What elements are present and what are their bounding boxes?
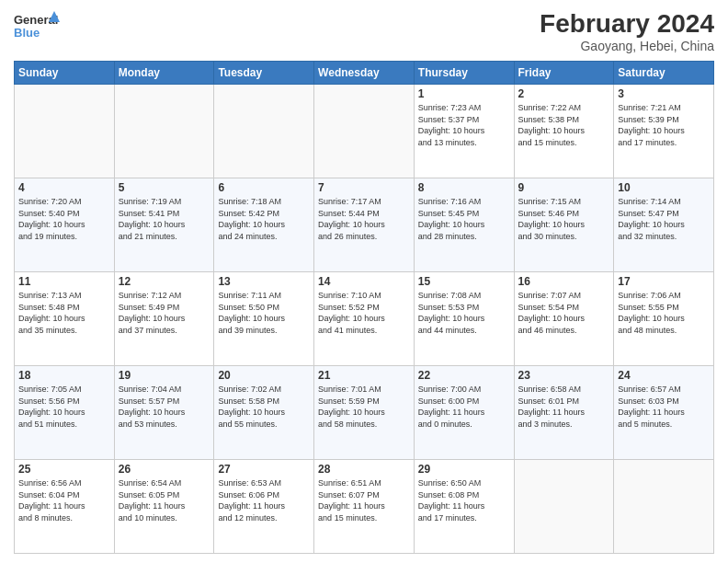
header-saturday: Saturday (614, 62, 714, 85)
day-number: 8 (418, 181, 510, 194)
header-thursday: Thursday (414, 62, 514, 85)
calendar-cell: 25Sunrise: 6:56 AMSunset: 6:04 PMDayligh… (15, 460, 115, 554)
calendar-cell: 29Sunrise: 6:50 AMSunset: 6:08 PMDayligh… (414, 460, 514, 554)
day-number: 11 (18, 275, 110, 288)
day-info: Sunrise: 7:15 AMSunset: 5:46 PMDaylight:… (518, 196, 610, 242)
calendar-cell: 22Sunrise: 7:00 AMSunset: 6:00 PMDayligh… (414, 366, 514, 460)
calendar-cell: 4Sunrise: 7:20 AMSunset: 5:40 PMDaylight… (15, 178, 115, 272)
day-info: Sunrise: 7:01 AMSunset: 5:59 PMDaylight:… (318, 384, 410, 430)
day-info: Sunrise: 7:22 AMSunset: 5:38 PMDaylight:… (518, 102, 610, 148)
day-number: 13 (218, 275, 310, 288)
calendar-cell: 21Sunrise: 7:01 AMSunset: 5:59 PMDayligh… (314, 366, 415, 460)
calendar-cell: 18Sunrise: 7:05 AMSunset: 5:56 PMDayligh… (15, 366, 115, 460)
calendar-cell: 27Sunrise: 6:53 AMSunset: 6:06 PMDayligh… (214, 460, 314, 554)
day-info: Sunrise: 6:57 AMSunset: 6:03 PMDaylight:… (618, 384, 710, 430)
calendar-cell (214, 85, 314, 178)
calendar-cell: 20Sunrise: 7:02 AMSunset: 5:58 PMDayligh… (214, 366, 314, 460)
calendar-cell (314, 85, 415, 178)
calendar-cell (514, 460, 614, 554)
header-friday: Friday (514, 62, 614, 85)
day-info: Sunrise: 7:02 AMSunset: 5:58 PMDaylight:… (218, 384, 310, 430)
week-row-5: 25Sunrise: 6:56 AMSunset: 6:04 PMDayligh… (15, 460, 714, 554)
calendar-cell: 13Sunrise: 7:11 AMSunset: 5:50 PMDayligh… (214, 272, 314, 366)
day-number: 4 (18, 181, 110, 194)
day-number: 22 (418, 369, 510, 382)
calendar-body: 1Sunrise: 7:23 AMSunset: 5:37 PMDaylight… (15, 85, 714, 554)
day-info: Sunrise: 6:53 AMSunset: 6:06 PMDaylight:… (218, 477, 310, 523)
day-number: 21 (318, 369, 410, 382)
day-number: 24 (618, 369, 710, 382)
svg-text:Blue: Blue (14, 26, 40, 40)
title-section: February 2024 Gaoyang, Hebei, China (540, 9, 714, 53)
day-number: 10 (618, 181, 710, 194)
header-tuesday: Tuesday (214, 62, 314, 85)
day-info: Sunrise: 7:18 AMSunset: 5:42 PMDaylight:… (218, 196, 310, 242)
day-number: 6 (218, 181, 310, 194)
weekday-header-row: Sunday Monday Tuesday Wednesday Thursday… (15, 62, 714, 85)
calendar-cell: 16Sunrise: 7:07 AMSunset: 5:54 PMDayligh… (514, 272, 614, 366)
calendar-cell: 9Sunrise: 7:15 AMSunset: 5:46 PMDaylight… (514, 178, 614, 272)
day-number: 12 (119, 275, 210, 288)
day-info: Sunrise: 7:19 AMSunset: 5:41 PMDaylight:… (119, 196, 210, 242)
day-number: 23 (518, 369, 610, 382)
day-info: Sunrise: 7:00 AMSunset: 6:00 PMDaylight:… (418, 384, 510, 430)
week-row-2: 4Sunrise: 7:20 AMSunset: 5:40 PMDaylight… (15, 178, 714, 272)
day-info: Sunrise: 7:06 AMSunset: 5:55 PMDaylight:… (618, 290, 710, 336)
calendar-cell (614, 460, 714, 554)
day-info: Sunrise: 7:23 AMSunset: 5:37 PMDaylight:… (418, 102, 510, 148)
week-row-1: 1Sunrise: 7:23 AMSunset: 5:37 PMDaylight… (15, 85, 714, 178)
main-title: February 2024 (540, 9, 714, 39)
day-number: 20 (218, 369, 310, 382)
day-info: Sunrise: 6:51 AMSunset: 6:07 PMDaylight:… (318, 477, 410, 523)
day-info: Sunrise: 7:04 AMSunset: 5:57 PMDaylight:… (119, 384, 210, 430)
subtitle: Gaoyang, Hebei, China (540, 39, 714, 53)
day-info: Sunrise: 6:50 AMSunset: 6:08 PMDaylight:… (418, 477, 510, 523)
day-number: 2 (518, 87, 610, 100)
week-row-4: 18Sunrise: 7:05 AMSunset: 5:56 PMDayligh… (15, 366, 714, 460)
day-number: 5 (119, 181, 210, 194)
calendar-cell: 12Sunrise: 7:12 AMSunset: 5:49 PMDayligh… (114, 272, 214, 366)
calendar-cell: 17Sunrise: 7:06 AMSunset: 5:55 PMDayligh… (614, 272, 714, 366)
page: General Blue February 2024 Gaoyang, Hebe… (0, 0, 728, 563)
day-info: Sunrise: 7:05 AMSunset: 5:56 PMDaylight:… (18, 384, 110, 430)
day-info: Sunrise: 7:13 AMSunset: 5:48 PMDaylight:… (18, 290, 110, 336)
calendar-cell: 28Sunrise: 6:51 AMSunset: 6:07 PMDayligh… (314, 460, 415, 554)
calendar-cell: 5Sunrise: 7:19 AMSunset: 5:41 PMDaylight… (114, 178, 214, 272)
day-info: Sunrise: 7:17 AMSunset: 5:44 PMDaylight:… (318, 196, 410, 242)
calendar-cell: 26Sunrise: 6:54 AMSunset: 6:05 PMDayligh… (114, 460, 214, 554)
calendar-cell (114, 85, 214, 178)
calendar-table: Sunday Monday Tuesday Wednesday Thursday… (14, 61, 714, 554)
day-info: Sunrise: 7:08 AMSunset: 5:53 PMDaylight:… (418, 290, 510, 336)
calendar-cell: 24Sunrise: 6:57 AMSunset: 6:03 PMDayligh… (614, 366, 714, 460)
day-number: 16 (518, 275, 610, 288)
logo: General Blue (14, 9, 60, 46)
calendar-cell: 10Sunrise: 7:14 AMSunset: 5:47 PMDayligh… (614, 178, 714, 272)
calendar-cell: 19Sunrise: 7:04 AMSunset: 5:57 PMDayligh… (114, 366, 214, 460)
calendar-cell: 2Sunrise: 7:22 AMSunset: 5:38 PMDaylight… (514, 85, 614, 178)
day-info: Sunrise: 6:54 AMSunset: 6:05 PMDaylight:… (119, 477, 210, 523)
calendar-header: Sunday Monday Tuesday Wednesday Thursday… (15, 62, 714, 85)
day-info: Sunrise: 7:21 AMSunset: 5:39 PMDaylight:… (618, 102, 710, 148)
day-info: Sunrise: 6:58 AMSunset: 6:01 PMDaylight:… (518, 384, 610, 430)
day-info: Sunrise: 7:11 AMSunset: 5:50 PMDaylight:… (218, 290, 310, 336)
day-number: 18 (18, 369, 110, 382)
day-number: 26 (119, 463, 210, 476)
day-number: 29 (418, 463, 510, 476)
day-number: 25 (18, 463, 110, 476)
day-number: 3 (618, 87, 710, 100)
day-info: Sunrise: 7:10 AMSunset: 5:52 PMDaylight:… (318, 290, 410, 336)
day-info: Sunrise: 7:07 AMSunset: 5:54 PMDaylight:… (518, 290, 610, 336)
week-row-3: 11Sunrise: 7:13 AMSunset: 5:48 PMDayligh… (15, 272, 714, 366)
day-number: 17 (618, 275, 710, 288)
day-info: Sunrise: 7:14 AMSunset: 5:47 PMDaylight:… (618, 196, 710, 242)
day-number: 7 (318, 181, 410, 194)
calendar-cell: 15Sunrise: 7:08 AMSunset: 5:53 PMDayligh… (414, 272, 514, 366)
header-sunday: Sunday (15, 62, 115, 85)
day-number: 9 (518, 181, 610, 194)
header-wednesday: Wednesday (314, 62, 415, 85)
day-number: 14 (318, 275, 410, 288)
day-info: Sunrise: 6:56 AMSunset: 6:04 PMDaylight:… (18, 477, 110, 523)
calendar-cell: 1Sunrise: 7:23 AMSunset: 5:37 PMDaylight… (414, 85, 514, 178)
calendar-cell: 3Sunrise: 7:21 AMSunset: 5:39 PMDaylight… (614, 85, 714, 178)
day-number: 19 (119, 369, 210, 382)
